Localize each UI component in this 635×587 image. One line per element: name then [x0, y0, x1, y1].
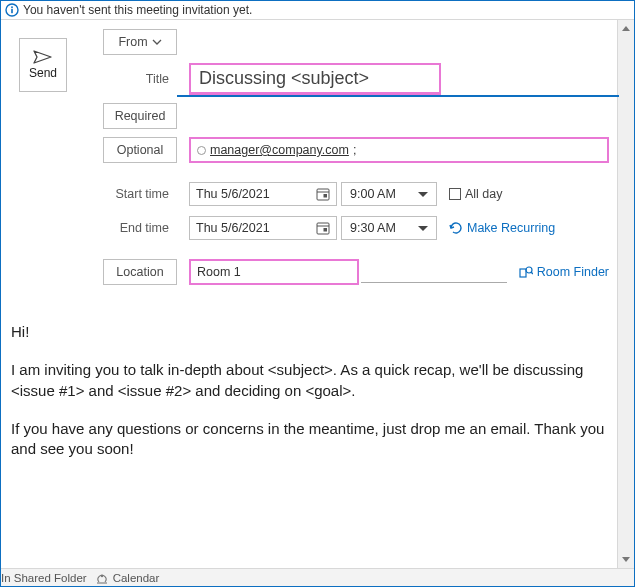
svg-rect-5	[324, 194, 328, 198]
scroll-up-button[interactable]	[618, 20, 634, 37]
start-time-input[interactable]: 9:00 AM	[341, 182, 437, 206]
from-label: From	[118, 35, 147, 49]
room-finder-link[interactable]: Room Finder	[519, 265, 609, 279]
svg-line-11	[531, 272, 533, 274]
start-time-row: Start time Thu 5/6/2021 9:00 AM All day	[103, 180, 609, 208]
svg-rect-1	[11, 9, 13, 13]
svg-rect-6	[317, 223, 329, 234]
required-button[interactable]: Required	[103, 103, 177, 129]
status-view: Calendar	[113, 572, 160, 584]
scroll-down-button[interactable]	[618, 551, 634, 568]
location-input[interactable]: Room 1	[189, 259, 359, 285]
start-date-input[interactable]: Thu 5/6/2021	[189, 182, 337, 206]
chevron-down-icon	[418, 226, 428, 231]
optional-recipient[interactable]: manager@company.com	[210, 143, 349, 157]
optional-button[interactable]: Optional	[103, 137, 177, 163]
chevron-down-icon	[418, 192, 428, 197]
recurring-icon	[449, 221, 463, 235]
start-time-label: Start time	[103, 187, 177, 201]
calendar-icon	[316, 221, 330, 235]
svg-point-12	[100, 574, 102, 576]
arrow-down-icon	[622, 557, 630, 562]
info-bar: You haven't sent this meeting invitation…	[1, 1, 634, 20]
all-day-label: All day	[465, 187, 503, 201]
end-time-row: End time Thu 5/6/2021 9:30 AM Make Recur…	[103, 214, 609, 242]
calendar-status-icon	[95, 572, 109, 584]
title-focus-line	[177, 95, 619, 97]
message-body[interactable]: Hi! I am inviting you to talk in-depth a…	[1, 292, 617, 568]
svg-rect-9	[520, 269, 526, 277]
status-folder: In Shared Folder	[1, 572, 87, 584]
start-date-value: Thu 5/6/2021	[196, 187, 270, 201]
svg-rect-8	[324, 228, 328, 232]
svg-rect-3	[317, 189, 329, 200]
optional-input[interactable]: manager@company.com;	[189, 137, 609, 163]
send-label: Send	[29, 66, 57, 80]
end-time-value: 9:30 AM	[350, 221, 396, 235]
arrow-up-icon	[622, 26, 630, 31]
location-value: Room 1	[197, 265, 241, 279]
end-date-value: Thu 5/6/2021	[196, 221, 270, 235]
info-text: You haven't sent this meeting invitation…	[23, 3, 252, 17]
body-p2: I am inviting you to talk in-depth about…	[11, 360, 607, 401]
checkbox-box	[449, 188, 461, 200]
meeting-form: Send From Title Required Optional	[1, 20, 617, 292]
end-time-label: End time	[103, 221, 177, 235]
title-row: Title	[103, 62, 609, 96]
all-day-checkbox[interactable]: All day	[449, 187, 503, 201]
make-recurring-label: Make Recurring	[467, 221, 555, 235]
end-time-input[interactable]: 9:30 AM	[341, 216, 437, 240]
from-button[interactable]: From	[103, 29, 177, 55]
title-label: Title	[103, 72, 177, 86]
svg-rect-2	[11, 6, 13, 8]
from-row: From	[103, 28, 609, 56]
chevron-down-icon	[152, 37, 162, 47]
recipient-separator: ;	[353, 143, 356, 157]
end-date-input[interactable]: Thu 5/6/2021	[189, 216, 337, 240]
room-finder-label: Room Finder	[537, 265, 609, 279]
location-button[interactable]: Location	[103, 259, 177, 285]
title-input[interactable]	[189, 63, 441, 95]
required-row: Required	[103, 102, 609, 130]
info-icon	[5, 3, 19, 17]
make-recurring-link[interactable]: Make Recurring	[449, 221, 555, 235]
presence-icon	[197, 146, 206, 155]
start-time-value: 9:00 AM	[350, 187, 396, 201]
body-p3: If you have any questions or concerns in…	[11, 419, 607, 460]
optional-row: Optional manager@company.com;	[103, 136, 609, 164]
scrollbar-vertical[interactable]	[617, 20, 634, 568]
location-row: Location Room 1 Room Finder	[103, 258, 609, 286]
body-p1: Hi!	[11, 322, 607, 342]
location-underline	[361, 261, 507, 283]
send-icon	[33, 50, 53, 64]
status-bar: In Shared Folder Calendar	[1, 568, 634, 586]
send-button[interactable]: Send	[19, 38, 67, 92]
room-finder-icon	[519, 265, 533, 279]
calendar-icon	[316, 187, 330, 201]
